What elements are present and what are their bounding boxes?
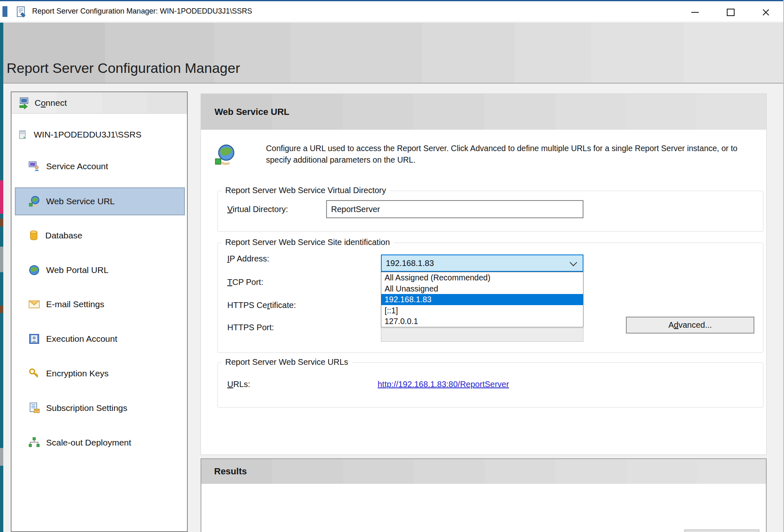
service-account-icon bbox=[28, 160, 40, 173]
section-description: Configure a URL used to access the Repor… bbox=[266, 142, 744, 166]
report-server-configuration-manager-window: Report Server Configuration Manager: WIN… bbox=[0, 0, 784, 532]
page-header: Report Server Configuration Manager bbox=[0, 23, 784, 84]
web-service-urls-group-legend: Report Server Web Service URLs bbox=[222, 357, 352, 367]
maximize-icon bbox=[727, 9, 735, 16]
results-panel: Results bbox=[201, 458, 767, 532]
window-title: Report Server Configuration Manager: WIN… bbox=[32, 7, 252, 16]
tcp-port-label: TCP Port: bbox=[227, 278, 263, 287]
sidebar-item-label: Web Service URL bbox=[46, 196, 115, 206]
web-service-urls-group: Report Server Web Service URLs URLs: htt… bbox=[217, 362, 763, 408]
sidebar-item-email-settings[interactable]: E-mail Settings bbox=[28, 295, 104, 314]
sidebar-item-subscription-settings[interactable]: Subscription Settings bbox=[28, 399, 127, 418]
connect-label: Connect bbox=[35, 98, 67, 108]
minimize-icon bbox=[691, 12, 699, 13]
virtual-directory-group-legend: Report Server Web Service Virtual Direct… bbox=[222, 186, 390, 195]
scale-out-deployment-icon bbox=[28, 436, 40, 449]
web-service-globe-icon bbox=[213, 143, 236, 166]
sidebar-item-label: Service Account bbox=[46, 161, 108, 171]
main-panel: Web Service URL Configure a URL used to … bbox=[201, 93, 767, 455]
dropdown-option-ip-selected[interactable]: 192.168.1.83 bbox=[381, 294, 583, 305]
desktop-edge-strip bbox=[0, 23, 3, 532]
web-portal-url-icon bbox=[28, 264, 40, 276]
dropdown-option-ipv4-loopback[interactable]: 127.0.0.1 bbox=[381, 316, 583, 327]
dropdown-option-all-assigned[interactable]: All Assigned (Recommended) bbox=[381, 272, 583, 283]
sidebar-item-label: Subscription Settings bbox=[46, 403, 127, 413]
site-identification-group-legend: Report Server Web Service Site identific… bbox=[222, 238, 393, 247]
sidebar-item-scale-out-deployment[interactable]: Scale-out Deployment bbox=[28, 433, 131, 452]
maximize-button[interactable] bbox=[717, 2, 744, 22]
sidebar-item-execution-account[interactable]: Execution Account bbox=[28, 329, 117, 348]
results-banner: Results bbox=[201, 459, 766, 484]
close-button[interactable] bbox=[753, 2, 779, 22]
page-title: Report Server Configuration Manager bbox=[7, 60, 240, 76]
sidebar-item-web-portal-url[interactable]: Web Portal URL bbox=[28, 261, 108, 280]
background-window-sliver bbox=[2, 6, 7, 17]
sidebar-item-service-account[interactable]: Service Account bbox=[28, 157, 108, 176]
https-certificate-label: HTTPS Certificate: bbox=[227, 301, 296, 310]
close-icon bbox=[762, 8, 770, 16]
ip-address-combobox-value: 192.168.1.83 bbox=[386, 255, 434, 271]
ip-address-label: IP Address: bbox=[227, 254, 269, 264]
sidebar-item-label: Scale-out Deployment bbox=[46, 438, 131, 448]
sidebar-item-label: Encryption Keys bbox=[46, 369, 109, 378]
database-icon bbox=[28, 229, 40, 242]
ip-address-combobox[interactable]: 192.168.1.83 bbox=[381, 254, 583, 272]
server-icon bbox=[17, 128, 28, 141]
sidebar-item-label: E-mail Settings bbox=[46, 299, 104, 309]
section-banner: Web Service URL bbox=[201, 94, 766, 130]
virtual-directory-input[interactable] bbox=[326, 200, 583, 218]
chevron-down-icon bbox=[569, 259, 577, 266]
dropdown-option-ipv6-loopback[interactable]: [::1] bbox=[381, 305, 583, 316]
server-node[interactable]: WIN-1PODEDDU3J1\SSRS bbox=[17, 125, 141, 144]
site-identification-group: Report Server Web Service Site identific… bbox=[217, 243, 763, 353]
advanced-button[interactable]: Advanced... bbox=[626, 317, 754, 334]
https-port-input-disabled bbox=[381, 328, 583, 342]
dropdown-option-all-unassigned[interactable]: All Unassigned bbox=[381, 283, 583, 294]
encryption-keys-icon bbox=[28, 367, 40, 380]
sidebar-item-label: Web Portal URL bbox=[46, 265, 108, 275]
server-node-label: WIN-1PODEDDU3J1\SSRS bbox=[34, 130, 141, 140]
minimize-button[interactable] bbox=[682, 2, 708, 22]
sidebar-item-label: Execution Account bbox=[46, 334, 117, 344]
sidebar-item-web-service-url[interactable]: Web Service URL bbox=[28, 192, 115, 211]
virtual-directory-group: Report Server Web Service Virtual Direct… bbox=[217, 191, 763, 232]
report-server-url-link[interactable]: http://192.168.1.83:80/ReportServer bbox=[378, 380, 509, 389]
virtual-directory-label: Virtual Directory: bbox=[227, 205, 288, 214]
urls-label: URLs: bbox=[227, 380, 250, 389]
https-port-label: HTTPS Port: bbox=[227, 323, 274, 332]
sidebar-item-label: Database bbox=[45, 231, 82, 240]
bottom-button-partial[interactable] bbox=[684, 530, 759, 532]
sidebar-item-database[interactable]: Database bbox=[28, 226, 82, 245]
email-icon bbox=[28, 298, 40, 310]
connect-button[interactable]: Connect bbox=[12, 92, 187, 114]
sidebar-item-encryption-keys[interactable]: Encryption Keys bbox=[28, 364, 109, 383]
sidebar: Connect WIN-1PODEDDU3J1\SSRS Service Acc… bbox=[11, 91, 188, 532]
execution-account-icon bbox=[28, 333, 40, 345]
web-service-url-icon bbox=[28, 195, 40, 208]
app-icon bbox=[16, 6, 28, 18]
ip-address-dropdown-list: All Assigned (Recommended) All Unassigne… bbox=[381, 272, 583, 327]
titlebar: Report Server Configuration Manager: WIN… bbox=[0, 0, 784, 21]
connect-icon bbox=[18, 97, 30, 109]
subscription-settings-icon bbox=[28, 402, 40, 414]
